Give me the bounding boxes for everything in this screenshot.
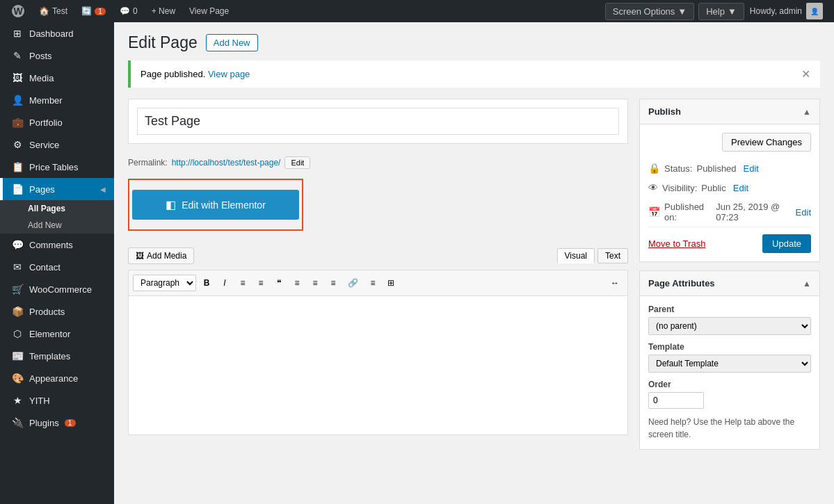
unordered-list-button[interactable]: ≡ (235, 275, 250, 291)
sidebar-item-service-label: Service (29, 140, 59, 150)
edit-with-elementor-button[interactable]: ◧ Edit with Elementor (132, 190, 299, 220)
screen-options-label: Screen Options (613, 6, 675, 17)
comments-count: 0 (133, 6, 138, 16)
publish-panel-header[interactable]: Publish ▲ (640, 99, 819, 124)
text-tab[interactable]: Text (598, 248, 628, 263)
template-select[interactable]: Default Template (648, 355, 811, 373)
elementor-icon: ⬡ (11, 328, 24, 339)
sidebar-item-elementor[interactable]: ⬡ Elementor (0, 323, 114, 345)
italic-button[interactable]: I (217, 275, 232, 291)
view-page-item[interactable]: View Page (184, 0, 234, 22)
visual-tab[interactable]: Visual (557, 248, 595, 263)
dashboard-icon: ⊞ (11, 28, 24, 39)
elementor-btn-label: Edit with Elementor (182, 200, 266, 211)
comments-item[interactable]: 💬 0 (114, 0, 143, 22)
sidebar-item-comments-label: Comments (29, 240, 73, 250)
status-edit-link[interactable]: Edit (744, 163, 759, 174)
sidebar-item-appearance-label: Appearance (29, 373, 78, 384)
pages-icon: 📄 (11, 184, 24, 195)
visibility-edit-link[interactable]: Edit (733, 183, 748, 193)
updates-item[interactable]: 🔄 1 (76, 0, 111, 22)
howdy-item[interactable]: Howdy, admin 👤 (744, 3, 828, 19)
sidebar: ⊞ Dashboard ✎ Posts 🖼 Media 👤 Member 💼 P… (0, 22, 114, 504)
portfolio-icon: 💼 (11, 117, 24, 128)
visual-text-tabs: Visual Text (557, 248, 628, 263)
sidebar-sub-item-all-pages[interactable]: All Pages (0, 200, 114, 217)
editor-content[interactable] (128, 296, 628, 435)
add-new-sub-label: Add New (28, 220, 62, 230)
page-attributes-title: Page Attributes (648, 278, 715, 288)
sidebar-sub-item-add-new[interactable]: Add New (0, 217, 114, 234)
sidebar-item-comments[interactable]: 💬 Comments (0, 234, 114, 256)
sidebar-item-pages[interactable]: 📄 Pages ◀ (0, 178, 114, 200)
blockquote-button[interactable]: ❝ (271, 275, 287, 291)
page-title-input[interactable] (137, 108, 619, 135)
view-page-link[interactable]: View page (208, 69, 250, 79)
preview-changes-button[interactable]: Preview Changes (722, 133, 811, 152)
sidebar-item-posts[interactable]: ✎ Posts (0, 44, 114, 67)
sidebar-item-media[interactable]: 🖼 Media (0, 67, 114, 89)
products-icon: 📦 (11, 306, 24, 317)
link-button[interactable]: 🔗 (344, 275, 362, 291)
more-toolbar-button[interactable]: ≡ (365, 275, 380, 291)
sidebar-item-contact[interactable]: ✉ Contact (0, 256, 114, 278)
sidebar-item-appearance[interactable]: 🎨 Appearance (0, 367, 114, 389)
permalink-label: Permalink: (128, 158, 168, 168)
sidebar-item-posts-label: Posts (29, 51, 52, 61)
permalink-bar: Permalink: http://localhost/test/test-pa… (128, 152, 628, 173)
editor-toolbar: Paragraph B I ≡ ≡ ❝ ≡ ≡ ≡ 🔗 ≡ ⊞ ↔ (128, 270, 628, 296)
edit-layout: Permalink: http://localhost/test/test-pa… (128, 99, 820, 458)
help-button[interactable]: Help ▼ (698, 3, 744, 20)
table-button[interactable]: ⊞ (383, 275, 399, 291)
screen-options-button[interactable]: Screen Options ▼ (605, 3, 694, 20)
contact-icon: ✉ (11, 261, 24, 273)
move-to-trash-button[interactable]: Move to Trash (648, 238, 705, 249)
order-input[interactable] (648, 392, 704, 409)
permalink-edit-button[interactable]: Edit (284, 156, 310, 169)
site-name: Test (52, 6, 67, 16)
align-center-button[interactable]: ≡ (307, 275, 323, 291)
sidebar-item-products[interactable]: 📦 Products (0, 300, 114, 323)
sidebar-sub-pages: All Pages Add New (0, 200, 114, 234)
site-name-item[interactable]: 🏠 Test (33, 0, 73, 22)
bold-button[interactable]: B (199, 275, 214, 291)
permalink-url[interactable]: http://localhost/test/test-page/ (172, 158, 281, 168)
add-new-button[interactable]: Add New (206, 34, 258, 51)
notice-close-button[interactable]: ✕ (801, 67, 810, 81)
fullscreen-button[interactable]: ↔ (607, 275, 623, 291)
published-row: 📅 Published on: Jun 25, 2019 @ 07:23 Edi… (648, 197, 811, 227)
elementor-btn-highlight: ◧ Edit with Elementor (128, 179, 303, 231)
template-label: Template (648, 342, 811, 352)
published-edit-link[interactable]: Edit (796, 207, 811, 218)
sidebar-item-service[interactable]: ⚙ Service (0, 133, 114, 156)
sidebar-item-contact-label: Contact (29, 262, 61, 273)
page-attributes-panel-header[interactable]: Page Attributes ▲ (640, 271, 819, 296)
sidebar-item-portfolio[interactable]: 💼 Portfolio (0, 111, 114, 133)
sidebar-item-plugins[interactable]: 🔌 Plugins 1 (0, 412, 114, 434)
add-media-button[interactable]: 🖼 Add Media (128, 247, 194, 264)
woocommerce-icon: 🛒 (11, 284, 24, 295)
sidebar-item-member-label: Member (29, 95, 63, 106)
paragraph-select[interactable]: Paragraph (133, 275, 196, 291)
visibility-row: 👁 Visibility: Public Edit (648, 178, 811, 197)
parent-select[interactable]: (no parent) (648, 317, 811, 335)
update-button[interactable]: Update (762, 234, 811, 253)
sidebar-item-member[interactable]: 👤 Member (0, 89, 114, 111)
view-page-label: View Page (189, 6, 229, 16)
page-attributes-body: Parent (no parent) Template Default Temp… (640, 296, 819, 449)
sidebar-item-dashboard[interactable]: ⊞ Dashboard (0, 22, 114, 44)
sidebar-item-templates[interactable]: 📰 Templates (0, 345, 114, 367)
sidebar-item-woocommerce[interactable]: 🛒 WooCommerce (0, 278, 114, 300)
align-left-button[interactable]: ≡ (289, 275, 305, 291)
new-item[interactable]: + New (146, 0, 181, 22)
wp-logo-item[interactable]: W (6, 0, 31, 22)
sidebar-item-price-tables[interactable]: 📋 Price Tables (0, 156, 114, 178)
admin-bar: W 🏠 Test 🔄 1 💬 0 + New View Page Screen … (0, 0, 834, 22)
help-label: Help (706, 6, 725, 17)
ordered-list-button[interactable]: ≡ (253, 275, 268, 291)
comments-icon: 💬 (120, 6, 130, 16)
align-right-button[interactable]: ≡ (326, 275, 341, 291)
posts-icon: ✎ (11, 50, 24, 61)
sidebar-item-yith[interactable]: ★ YITH (0, 389, 114, 412)
svg-text:W: W (13, 6, 23, 17)
